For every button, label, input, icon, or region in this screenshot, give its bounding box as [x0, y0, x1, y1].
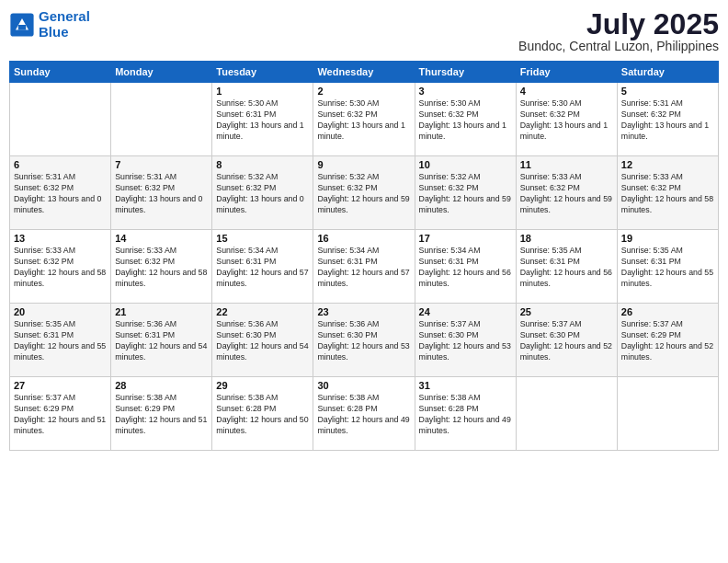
- day-number: 9: [317, 159, 410, 170]
- day-info: Sunrise: 5:37 AM Sunset: 6:29 PM Dayligh…: [621, 319, 714, 363]
- day-info: Sunrise: 5:36 AM Sunset: 6:30 PM Dayligh…: [216, 319, 309, 363]
- day-number: 11: [520, 159, 613, 170]
- month-title: July 2025: [518, 9, 719, 39]
- day-info: Sunrise: 5:30 AM Sunset: 6:31 PM Dayligh…: [216, 98, 309, 143]
- day-number: 4: [520, 86, 613, 97]
- calendar-cell: 8Sunrise: 5:32 AM Sunset: 6:32 PM Daylig…: [212, 156, 313, 230]
- day-info: Sunrise: 5:37 AM Sunset: 6:30 PM Dayligh…: [419, 319, 512, 363]
- day-info: Sunrise: 5:38 AM Sunset: 6:28 PM Dayligh…: [419, 393, 512, 437]
- day-info: Sunrise: 5:38 AM Sunset: 6:29 PM Dayligh…: [115, 393, 208, 437]
- day-number: 14: [115, 233, 208, 244]
- calendar-cell: 12Sunrise: 5:33 AM Sunset: 6:32 PM Dayli…: [617, 156, 718, 230]
- logo-line1: General: [39, 8, 90, 24]
- calendar-cell: 16Sunrise: 5:34 AM Sunset: 6:31 PM Dayli…: [313, 230, 415, 304]
- logo-text: General Blue: [39, 9, 90, 40]
- logo-icon: [9, 12, 35, 38]
- day-info: Sunrise: 5:34 AM Sunset: 6:31 PM Dayligh…: [419, 246, 512, 290]
- calendar-cell: 18Sunrise: 5:35 AM Sunset: 6:31 PM Dayli…: [516, 230, 617, 304]
- calendar-cell: 4Sunrise: 5:30 AM Sunset: 6:32 PM Daylig…: [516, 83, 617, 156]
- day-info: Sunrise: 5:32 AM Sunset: 6:32 PM Dayligh…: [419, 172, 512, 216]
- day-info: Sunrise: 5:35 AM Sunset: 6:31 PM Dayligh…: [14, 319, 107, 363]
- calendar-cell: 13Sunrise: 5:33 AM Sunset: 6:32 PM Dayli…: [10, 230, 111, 304]
- day-number: 28: [115, 380, 208, 391]
- logo-line2: Blue: [39, 24, 69, 40]
- calendar-cell: 9Sunrise: 5:32 AM Sunset: 6:32 PM Daylig…: [313, 156, 415, 230]
- day-header-tuesday: Tuesday: [212, 62, 313, 83]
- calendar-cell: 26Sunrise: 5:37 AM Sunset: 6:29 PM Dayli…: [617, 304, 718, 377]
- day-header-monday: Monday: [111, 62, 212, 83]
- header: General Blue July 2025 Bundoc, Central L…: [9, 9, 719, 53]
- location-title: Bundoc, Central Luzon, Philippines: [518, 39, 719, 53]
- day-header-wednesday: Wednesday: [313, 62, 415, 83]
- day-info: Sunrise: 5:35 AM Sunset: 6:31 PM Dayligh…: [520, 246, 613, 290]
- day-info: Sunrise: 5:36 AM Sunset: 6:31 PM Dayligh…: [115, 319, 208, 363]
- day-number: 27: [14, 380, 107, 391]
- day-info: Sunrise: 5:34 AM Sunset: 6:31 PM Dayligh…: [216, 246, 309, 290]
- day-number: 5: [621, 86, 714, 97]
- day-info: Sunrise: 5:37 AM Sunset: 6:30 PM Dayligh…: [520, 319, 613, 363]
- week-row-4: 27Sunrise: 5:37 AM Sunset: 6:29 PM Dayli…: [10, 377, 719, 451]
- day-info: Sunrise: 5:30 AM Sunset: 6:32 PM Dayligh…: [317, 98, 410, 143]
- day-number: 30: [317, 380, 410, 391]
- day-number: 26: [621, 306, 714, 317]
- day-number: 22: [216, 306, 309, 317]
- day-info: Sunrise: 5:33 AM Sunset: 6:32 PM Dayligh…: [115, 246, 208, 290]
- header-row: SundayMondayTuesdayWednesdayThursdayFrid…: [10, 62, 719, 83]
- day-info: Sunrise: 5:33 AM Sunset: 6:32 PM Dayligh…: [520, 172, 613, 216]
- title-block: July 2025 Bundoc, Central Luzon, Philipp…: [518, 9, 719, 53]
- day-number: 10: [419, 159, 512, 170]
- day-info: Sunrise: 5:35 AM Sunset: 6:31 PM Dayligh…: [621, 246, 714, 290]
- day-info: Sunrise: 5:37 AM Sunset: 6:29 PM Dayligh…: [14, 393, 107, 437]
- day-number: 20: [14, 306, 107, 317]
- calendar-cell: 3Sunrise: 5:30 AM Sunset: 6:32 PM Daylig…: [415, 83, 516, 156]
- day-number: 16: [317, 233, 410, 244]
- calendar-cell: 6Sunrise: 5:31 AM Sunset: 6:32 PM Daylig…: [10, 156, 111, 230]
- day-info: Sunrise: 5:33 AM Sunset: 6:32 PM Dayligh…: [14, 246, 107, 290]
- week-row-2: 13Sunrise: 5:33 AM Sunset: 6:32 PM Dayli…: [10, 230, 719, 304]
- calendar-cell: 21Sunrise: 5:36 AM Sunset: 6:31 PM Dayli…: [111, 304, 212, 377]
- week-row-1: 6Sunrise: 5:31 AM Sunset: 6:32 PM Daylig…: [10, 156, 719, 230]
- day-number: 23: [317, 306, 410, 317]
- day-info: Sunrise: 5:32 AM Sunset: 6:32 PM Dayligh…: [317, 172, 410, 216]
- week-row-3: 20Sunrise: 5:35 AM Sunset: 6:31 PM Dayli…: [10, 304, 719, 377]
- day-header-sunday: Sunday: [10, 62, 111, 83]
- day-number: 19: [621, 233, 714, 244]
- day-number: 8: [216, 159, 309, 170]
- calendar-cell: 1Sunrise: 5:30 AM Sunset: 6:31 PM Daylig…: [212, 83, 313, 156]
- day-info: Sunrise: 5:38 AM Sunset: 6:28 PM Dayligh…: [317, 393, 410, 437]
- day-info: Sunrise: 5:34 AM Sunset: 6:31 PM Dayligh…: [317, 246, 410, 290]
- day-info: Sunrise: 5:36 AM Sunset: 6:30 PM Dayligh…: [317, 319, 410, 363]
- week-row-0: 1Sunrise: 5:30 AM Sunset: 6:31 PM Daylig…: [10, 83, 719, 156]
- page: General Blue July 2025 Bundoc, Central L…: [0, 0, 728, 563]
- day-header-thursday: Thursday: [415, 62, 516, 83]
- logo: General Blue: [9, 9, 90, 40]
- day-number: 1: [216, 86, 309, 97]
- calendar-cell: 15Sunrise: 5:34 AM Sunset: 6:31 PM Dayli…: [212, 230, 313, 304]
- calendar-cell: 11Sunrise: 5:33 AM Sunset: 6:32 PM Dayli…: [516, 156, 617, 230]
- day-info: Sunrise: 5:31 AM Sunset: 6:32 PM Dayligh…: [14, 172, 107, 216]
- calendar-cell: [10, 83, 111, 156]
- day-number: 6: [14, 159, 107, 170]
- day-number: 3: [419, 86, 512, 97]
- calendar-cell: 28Sunrise: 5:38 AM Sunset: 6:29 PM Dayli…: [111, 377, 212, 451]
- calendar-cell: 22Sunrise: 5:36 AM Sunset: 6:30 PM Dayli…: [212, 304, 313, 377]
- calendar-cell: 23Sunrise: 5:36 AM Sunset: 6:30 PM Dayli…: [313, 304, 415, 377]
- svg-rect-2: [18, 25, 26, 30]
- calendar-table: SundayMondayTuesdayWednesdayThursdayFrid…: [9, 61, 719, 451]
- day-header-friday: Friday: [516, 62, 617, 83]
- day-info: Sunrise: 5:32 AM Sunset: 6:32 PM Dayligh…: [216, 172, 309, 216]
- calendar-cell: 27Sunrise: 5:37 AM Sunset: 6:29 PM Dayli…: [10, 377, 111, 451]
- day-number: 25: [520, 306, 613, 317]
- day-info: Sunrise: 5:38 AM Sunset: 6:28 PM Dayligh…: [216, 393, 309, 437]
- day-number: 2: [317, 86, 410, 97]
- day-info: Sunrise: 5:31 AM Sunset: 6:32 PM Dayligh…: [115, 172, 208, 216]
- day-number: 7: [115, 159, 208, 170]
- calendar-cell: 10Sunrise: 5:32 AM Sunset: 6:32 PM Dayli…: [415, 156, 516, 230]
- calendar-cell: 19Sunrise: 5:35 AM Sunset: 6:31 PM Dayli…: [617, 230, 718, 304]
- day-header-saturday: Saturday: [617, 62, 718, 83]
- day-number: 31: [419, 380, 512, 391]
- day-number: 18: [520, 233, 613, 244]
- day-number: 21: [115, 306, 208, 317]
- calendar-cell: 7Sunrise: 5:31 AM Sunset: 6:32 PM Daylig…: [111, 156, 212, 230]
- calendar-cell: 24Sunrise: 5:37 AM Sunset: 6:30 PM Dayli…: [415, 304, 516, 377]
